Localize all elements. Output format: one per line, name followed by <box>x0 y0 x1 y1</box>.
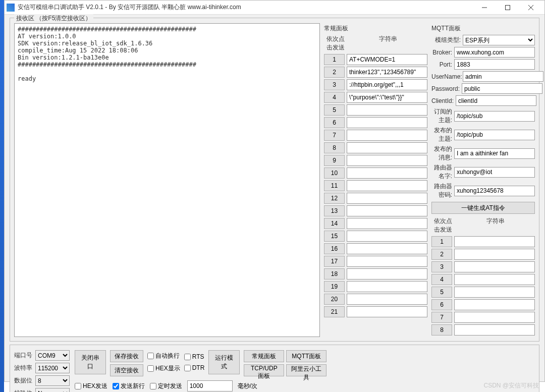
username-input[interactable] <box>463 71 543 82</box>
rts-check[interactable]: RTS <box>184 353 205 360</box>
regular-send-button-7[interactable]: 7 <box>324 130 345 141</box>
regular-send-button-19[interactable]: 19 <box>324 281 345 292</box>
regular-send-button-4[interactable]: 4 <box>324 92 345 103</box>
auto-wrap-check[interactable]: 自动换行 <box>147 352 180 360</box>
regular-send-button-2[interactable]: 2 <box>324 67 345 78</box>
close-port-button[interactable]: 关闭串口 <box>75 350 106 374</box>
regular-cmd-input-9[interactable] <box>347 155 427 166</box>
titlebar[interactable]: 安信可模组串口调试助手 V2.0.1 - By 安信可开源团队 半颗心脏 www… <box>5 1 544 15</box>
port-input[interactable] <box>454 59 535 70</box>
regular-cmd-input-1[interactable] <box>347 54 427 65</box>
mqtt-send-button-4[interactable]: 4 <box>431 274 452 285</box>
sub-input[interactable] <box>454 111 535 122</box>
regular-send-button-11[interactable]: 11 <box>324 180 345 191</box>
regular-send-button-1[interactable]: 1 <box>324 54 345 65</box>
mqtt-cmd-input-5[interactable] <box>454 287 535 298</box>
regular-cmd-input-21[interactable] <box>347 306 427 317</box>
close-button[interactable] <box>519 1 542 15</box>
regular-send-button-20[interactable]: 20 <box>324 294 345 305</box>
regular-cmd-input-6[interactable] <box>347 117 427 128</box>
regular-send-button-12[interactable]: 12 <box>324 193 345 204</box>
mqtt-cmd-input-1[interactable] <box>454 236 535 247</box>
regular-cmd-input-8[interactable] <box>347 142 427 153</box>
tab-regular-button[interactable]: 常规面板 <box>244 350 284 362</box>
interval-unit: 毫秒/次 <box>238 382 257 390</box>
mqtt-cmd-input-8[interactable] <box>454 324 535 335</box>
receive-textarea[interactable]: ########################################… <box>14 23 320 337</box>
regular-send-button-21[interactable]: 21 <box>324 306 345 317</box>
minimize-button[interactable] <box>473 1 496 15</box>
data-select[interactable]: 8 <box>35 375 70 386</box>
mqtt-send-button-3[interactable]: 3 <box>431 261 452 272</box>
tab-mqtt-button[interactable]: MQTT面板 <box>286 350 326 362</box>
parity-select[interactable]: N <box>35 388 70 392</box>
regular-cmd-input-11[interactable] <box>347 180 427 191</box>
regular-cmd-input-3[interactable] <box>347 79 427 90</box>
pub-label: 发布的主题: <box>431 126 452 143</box>
regular-cmd-input-18[interactable] <box>347 268 427 279</box>
broker-input[interactable] <box>454 47 535 58</box>
mqtt-send-button-8[interactable]: 8 <box>431 324 452 335</box>
regular-cmd-input-16[interactable] <box>347 243 427 254</box>
regular-send-button-18[interactable]: 18 <box>324 268 345 279</box>
regular-send-button-15[interactable]: 15 <box>324 231 345 242</box>
regular-send-button-13[interactable]: 13 <box>324 205 345 216</box>
pub-input[interactable] <box>454 130 535 140</box>
send-newline-check[interactable]: 发送新行 <box>113 382 145 390</box>
regular-send-button-5[interactable]: 5 <box>324 104 345 116</box>
regular-send-button-17[interactable]: 17 <box>324 256 345 267</box>
save-recv-button[interactable]: 保存接收 <box>110 350 143 362</box>
regular-cmd-input-10[interactable] <box>347 167 427 179</box>
regular-cmd-input-2[interactable] <box>347 67 427 78</box>
generate-at-button[interactable]: 一键生成AT指令 <box>431 202 535 214</box>
mqtt-cmd-input-6[interactable] <box>454 299 535 310</box>
port-select[interactable]: COM9 <box>35 350 70 361</box>
router-name-input[interactable] <box>454 167 535 178</box>
maximize-button[interactable] <box>496 1 519 15</box>
port-label: Port: <box>431 61 452 68</box>
mqtt-cmd-input-3[interactable] <box>454 261 535 272</box>
regular-send-button-16[interactable]: 16 <box>324 243 345 254</box>
regular-send-button-3[interactable]: 3 <box>324 79 345 90</box>
regular-cmd-input-15[interactable] <box>347 231 427 242</box>
timed-send-check[interactable]: 定时发送 <box>150 382 182 390</box>
run-mode-button[interactable]: 运行模式 <box>208 350 240 374</box>
tab-tcp-button[interactable]: TCP/UDP面板 <box>244 364 284 376</box>
regular-cmd-input-12[interactable] <box>347 193 427 204</box>
regular-send-button-8[interactable]: 8 <box>324 142 345 153</box>
regular-send-button-6[interactable]: 6 <box>324 117 345 128</box>
regular-cmd-input-13[interactable] <box>347 205 427 216</box>
clear-recv-button[interactable]: 清空接收 <box>110 364 143 376</box>
mqtt-send-button-7[interactable]: 7 <box>431 312 452 323</box>
regular-cmd-input-4[interactable] <box>347 92 427 103</box>
mqtt-send-button-1[interactable]: 1 <box>431 236 452 247</box>
password-label: Password: <box>431 85 460 92</box>
module-type-select[interactable]: ESP系列 <box>463 35 535 45</box>
clientid-input[interactable] <box>456 95 536 106</box>
hex-send-check[interactable]: HEX发送 <box>75 382 107 390</box>
tab-aliyun-button[interactable]: 阿里云小工具 <box>286 364 326 376</box>
password-input[interactable] <box>462 83 542 94</box>
interval-input[interactable] <box>187 380 233 391</box>
regular-cmd-input-19[interactable] <box>347 281 427 292</box>
regular-cmd-input-7[interactable] <box>347 130 427 141</box>
dtr-check[interactable]: DTR <box>184 364 205 371</box>
mqtt-send-button-2[interactable]: 2 <box>431 249 452 260</box>
sub-label: 订阅的主题: <box>431 107 452 125</box>
mqtt-cmd-input-2[interactable] <box>454 249 535 260</box>
baud-select[interactable]: 115200 <box>35 363 70 373</box>
regular-cmd-input-14[interactable] <box>347 218 427 229</box>
regular-cmd-input-20[interactable] <box>347 294 427 305</box>
mqtt-send-button-5[interactable]: 5 <box>431 287 452 298</box>
mqtt-send-button-6[interactable]: 6 <box>431 299 452 310</box>
mqtt-cmd-input-4[interactable] <box>454 274 535 285</box>
regular-send-button-10[interactable]: 10 <box>324 167 345 179</box>
regular-cmd-input-5[interactable] <box>347 104 427 116</box>
hex-show-check[interactable]: HEX显示 <box>147 364 180 373</box>
regular-cmd-input-17[interactable] <box>347 256 427 267</box>
regular-send-button-9[interactable]: 9 <box>324 155 345 166</box>
regular-send-button-14[interactable]: 14 <box>324 218 345 229</box>
msg-input[interactable] <box>454 148 535 159</box>
router-pwd-input[interactable] <box>454 186 535 196</box>
mqtt-cmd-input-7[interactable] <box>454 312 535 323</box>
